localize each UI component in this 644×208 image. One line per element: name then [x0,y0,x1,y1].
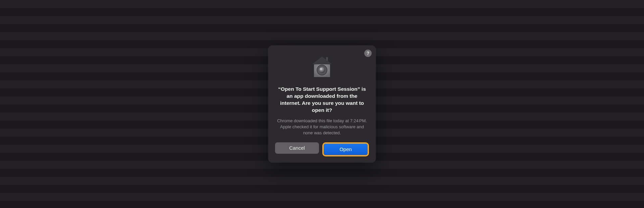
house-vault-icon [309,54,335,80]
cancel-button-label: Cancel [289,145,305,151]
dialog-subtitle: Chrome downloaded this file today at 7:2… [275,118,369,136]
cancel-button[interactable]: Cancel [275,142,319,154]
open-button-label: Open [339,146,352,152]
dialog-title: “Open To Start Support Session” is an ap… [275,86,369,114]
help-icon-label: ? [367,51,370,56]
gatekeeper-dialog: ? [268,46,376,162]
open-button[interactable]: Open [324,144,368,155]
help-button[interactable]: ? [364,50,372,57]
svg-rect-1 [326,57,328,61]
gatekeeper-icon [275,54,369,80]
svg-marker-0 [312,56,332,64]
open-button-highlight: Open [322,142,369,156]
svg-point-7 [320,68,322,70]
svg-point-6 [319,67,325,73]
dialog-button-row: Cancel Open [275,142,369,156]
